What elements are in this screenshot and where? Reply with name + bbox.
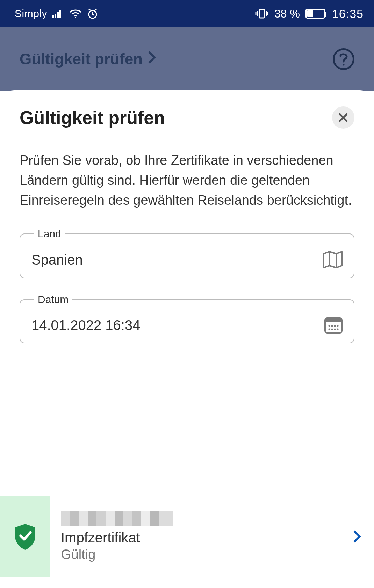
close-icon — [338, 112, 348, 123]
wifi-icon — [69, 9, 82, 19]
chevron-right-icon — [353, 530, 374, 544]
svg-point-17 — [337, 329, 339, 330]
svg-point-10 — [329, 325, 330, 327]
country-field[interactable]: Land Spanien — [20, 228, 354, 278]
svg-rect-3 — [59, 10, 61, 18]
sheet-description: Prüfen Sie vorab, ob Ihre Zertifikate in… — [20, 150, 354, 210]
shield-check-icon — [13, 523, 37, 551]
chevron-right-icon — [148, 50, 157, 68]
svg-point-12 — [334, 325, 336, 327]
svg-point-11 — [331, 325, 333, 327]
background-title: Gültigkeit prüfen — [20, 50, 143, 68]
signal-icon — [52, 9, 64, 18]
svg-point-16 — [334, 329, 336, 330]
svg-point-4 — [75, 17, 76, 18]
svg-rect-1 — [55, 14, 56, 18]
country-value: Spanien — [31, 252, 83, 268]
status-left: Simply — [15, 8, 98, 20]
status-right: 38 % 16:35 — [255, 7, 364, 21]
help-button[interactable] — [333, 48, 354, 70]
battery-icon — [305, 9, 325, 19]
sheet-title: Gültigkeit prüfen — [20, 107, 165, 128]
background-title-row[interactable]: Gültigkeit prüfen — [20, 50, 157, 68]
redacted-name — [61, 511, 173, 526]
battery-percent: 38 % — [274, 7, 300, 20]
close-button[interactable] — [332, 106, 354, 129]
svg-point-13 — [337, 325, 339, 327]
certificate-status: Gültig — [61, 547, 346, 562]
svg-rect-9 — [325, 318, 342, 322]
svg-rect-6 — [259, 9, 264, 18]
result-body: Impfzertifikat Gültig — [50, 511, 353, 562]
certificate-type: Impfzertifikat — [61, 530, 346, 546]
background-header: Gültigkeit prüfen — [0, 27, 374, 91]
svg-point-15 — [331, 329, 333, 330]
vibrate-icon — [255, 8, 269, 19]
status-bar: Simply — [0, 0, 374, 27]
svg-rect-2 — [57, 12, 59, 18]
valid-badge — [0, 496, 50, 577]
sheet-header: Gültigkeit prüfen — [20, 106, 354, 129]
country-label: Land — [34, 228, 65, 240]
svg-rect-0 — [52, 15, 54, 18]
svg-point-7 — [343, 64, 345, 66]
certificate-result-card[interactable]: Impfzertifikat Gültig — [0, 496, 374, 578]
date-field[interactable]: Datum 14.01.2022 16:34 — [20, 294, 354, 343]
map-icon — [322, 250, 343, 269]
date-value: 14.01.2022 16:34 — [31, 317, 140, 333]
calendar-icon — [324, 316, 343, 334]
modal-sheet: Gültigkeit prüfen Prüfen Sie vorab, ob I… — [0, 90, 374, 588]
carrier-label: Simply — [15, 8, 47, 20]
alarm-icon — [87, 8, 98, 19]
date-label: Datum — [34, 294, 72, 306]
clock-time: 16:35 — [332, 7, 364, 21]
svg-point-14 — [329, 329, 330, 330]
